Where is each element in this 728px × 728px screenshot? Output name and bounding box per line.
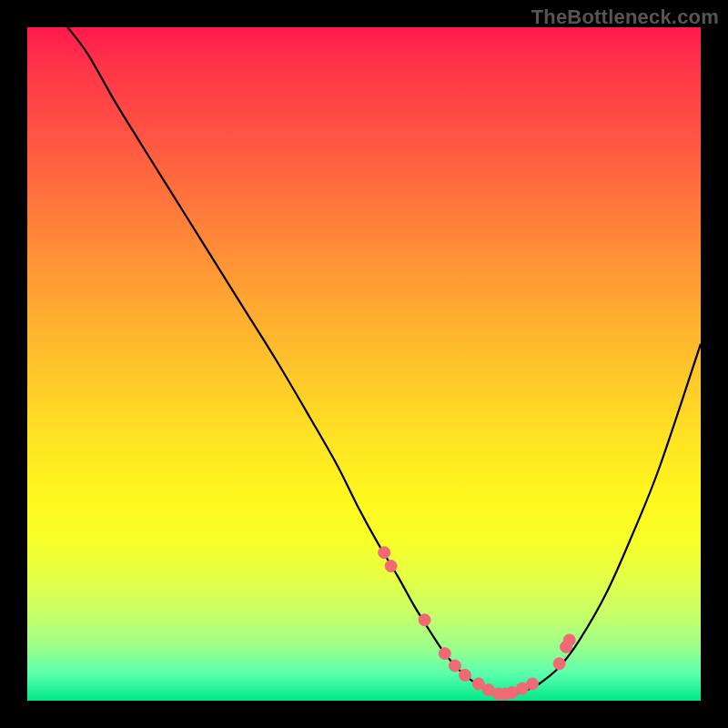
curve-group: [67, 27, 701, 694]
highlight-dot: [439, 648, 450, 660]
highlight-dot: [527, 678, 539, 690]
highlight-dot: [385, 561, 397, 572]
dots-group: [379, 547, 576, 700]
highlight-dot: [563, 634, 575, 646]
bottleneck-curve: [67, 27, 701, 694]
highlight-dot: [449, 660, 460, 672]
highlight-dot: [553, 658, 565, 670]
highlight-dot: [460, 669, 471, 681]
highlight-dot: [379, 547, 390, 559]
highlight-dot: [419, 614, 430, 626]
plot-svg: [0, 0, 728, 728]
